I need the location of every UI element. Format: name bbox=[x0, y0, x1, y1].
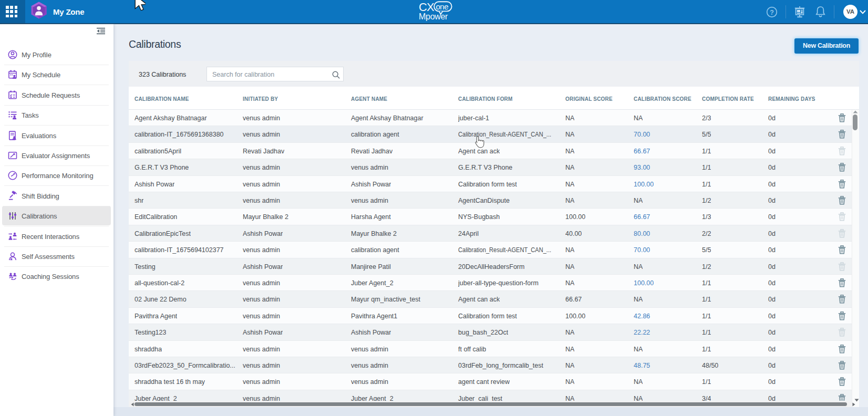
svg-text:CX: CX bbox=[419, 1, 435, 14]
svg-text:?: ? bbox=[770, 9, 774, 16]
svg-text:Mpower: Mpower bbox=[419, 12, 448, 21]
svg-text:one: one bbox=[436, 2, 449, 11]
